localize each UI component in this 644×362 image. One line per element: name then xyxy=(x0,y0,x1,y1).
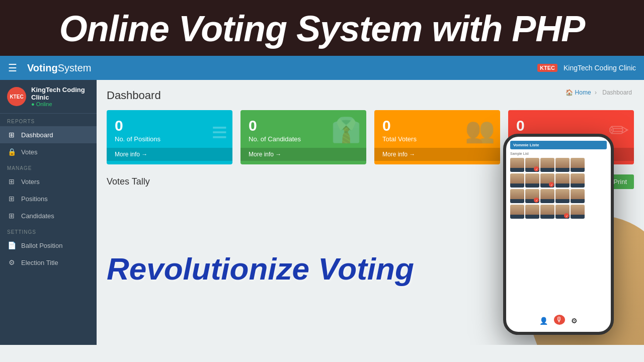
phone-candidate: ✓ xyxy=(525,189,539,203)
phone-candidate xyxy=(571,158,585,172)
section-reports: REPORTS xyxy=(0,114,97,126)
section-manage: MANAGE xyxy=(0,160,97,173)
phone-candidate xyxy=(571,189,585,203)
phone-candidates-row-4: ✓ xyxy=(510,205,607,219)
user-badge: KTEC xyxy=(537,64,557,72)
phone-mockup: Vommie Liste Sample List ✓ ✓ xyxy=(453,119,644,345)
phone-candidate: ✓ xyxy=(525,158,539,172)
sidebar-item-label: Dashboard xyxy=(21,131,53,139)
phone-candidate xyxy=(571,173,585,188)
sidebar-item-election-title[interactable]: ⚙ Election Title xyxy=(0,254,97,271)
phone-candidate xyxy=(555,158,570,172)
phone-candidate: ✓ xyxy=(555,205,570,219)
breadcrumb-home[interactable]: Home xyxy=(575,89,591,96)
card-candidates: 0 No. of Candidates 👔 More info → xyxy=(240,110,366,164)
profile-name: KingTech Coding Clinic xyxy=(31,86,90,101)
candidates-icon-bg: 👔 xyxy=(331,116,361,144)
sidebar-item-label: Votes xyxy=(21,148,38,156)
revolutionize-text: Revolutionize Voting xyxy=(107,253,414,285)
profile-status: ● Online xyxy=(31,101,90,107)
phone-candidate xyxy=(525,173,539,188)
phone-screen-header: Vommie Liste xyxy=(510,141,607,149)
candidates-icon: ⊞ xyxy=(7,212,16,220)
brand-logo: VotingSystem xyxy=(27,62,91,74)
main-content: Dashboard 🏠 Home › Dashboard 0 No. of Po… xyxy=(97,80,644,345)
sidebar-item-candidates[interactable]: ⊞ Candidates xyxy=(0,207,97,224)
toggle-button[interactable]: ☰ xyxy=(8,62,17,74)
sidebar-profile: KTEC KingTech Coding Clinic ● Online xyxy=(0,80,97,114)
sidebar: KTEC KingTech Coding Clinic ● Online REP… xyxy=(0,80,97,345)
phone-candidate xyxy=(571,205,585,219)
election-icon: ⚙ xyxy=(7,258,16,266)
breadcrumb-current: Dashboard xyxy=(602,89,632,96)
brand-bold: Voting xyxy=(27,62,58,73)
phone-candidate xyxy=(510,189,524,203)
sidebar-item-votes[interactable]: 🔒 Votes xyxy=(0,143,97,160)
sidebar-item-label: Voters xyxy=(21,178,40,186)
breadcrumb: 🏠 Home › Dashboard xyxy=(566,89,634,96)
votes-tally-title: Votes Tally xyxy=(107,176,150,187)
phone-nav-icon: 👤 xyxy=(539,317,548,325)
sidebar-item-label: Positions xyxy=(21,195,48,203)
banner: Online Voting System with PHP xyxy=(0,0,644,56)
phone-candidate xyxy=(510,158,524,172)
banner-title: Online Voting System with PHP xyxy=(59,9,585,49)
phone-candidates-row-3: ✓ xyxy=(510,189,607,203)
navbar-user: KTEC KingTech Coding Clinic xyxy=(537,64,636,72)
phone-body: Vommie Liste Sample List ✓ ✓ xyxy=(503,134,614,335)
phone-mic-icon: 🎙 xyxy=(554,315,565,325)
sidebar-item-ballot-position[interactable]: 📄 Ballot Position xyxy=(0,237,97,254)
sidebar-item-label: Candidates xyxy=(21,212,54,220)
phone-candidate xyxy=(540,158,554,172)
user-name: KingTech Coding Clinic xyxy=(564,64,636,72)
positions-icon-bg: ≡ xyxy=(211,116,227,147)
positions-icon: ⊞ xyxy=(7,195,16,203)
phone-candidate xyxy=(555,189,570,203)
ballot-icon: 📄 xyxy=(7,241,16,249)
phone-candidates-row-2: ✓ xyxy=(510,173,607,188)
positions-more-info[interactable]: More info → xyxy=(107,148,232,161)
avatar: KTEC xyxy=(7,87,26,106)
phone-screen: Vommie Liste Sample List ✓ ✓ xyxy=(506,137,611,332)
sidebar-item-voters[interactable]: ⊞ Voters xyxy=(0,173,97,190)
brand-light: System xyxy=(58,62,92,73)
phone-sample-list: Sample List xyxy=(510,151,607,156)
breadcrumb-separator: › xyxy=(595,89,597,96)
section-settings: SETTINGS xyxy=(0,224,97,237)
page-title: Dashboard xyxy=(107,89,161,102)
sidebar-item-label: Election Title xyxy=(21,259,58,266)
positions-number: 0 xyxy=(115,117,224,134)
phone-candidates-row-1: ✓ xyxy=(510,158,607,172)
sidebar-item-label: Ballot Position xyxy=(21,242,62,249)
votes-icon: 🔒 xyxy=(7,148,16,156)
phone-candidate xyxy=(540,189,554,203)
phone-candidate: ✓ xyxy=(540,173,554,188)
voters-icon: ⊞ xyxy=(7,177,16,186)
phone-candidate xyxy=(540,205,554,219)
phone-candidate xyxy=(525,205,539,219)
dashboard-icon: ⊞ xyxy=(7,131,16,139)
positions-label: No. of Positions xyxy=(115,135,224,143)
phone-candidate xyxy=(510,173,524,188)
phone-candidate xyxy=(510,205,524,219)
card-positions: 0 No. of Positions ≡ More info → xyxy=(107,110,232,164)
candidates-more-info[interactable]: More info → xyxy=(240,148,366,161)
navbar: ☰ VotingSystem KTEC KingTech Coding Clin… xyxy=(0,56,644,80)
phone-settings-icon: ⚙ xyxy=(571,317,578,325)
sidebar-item-positions[interactable]: ⊞ Positions xyxy=(0,190,97,207)
phone-candidate xyxy=(555,173,570,188)
sidebar-item-dashboard[interactable]: ⊞ Dashboard xyxy=(0,126,97,143)
phone-footer: 👤 🎙 ⚙ xyxy=(510,220,607,328)
